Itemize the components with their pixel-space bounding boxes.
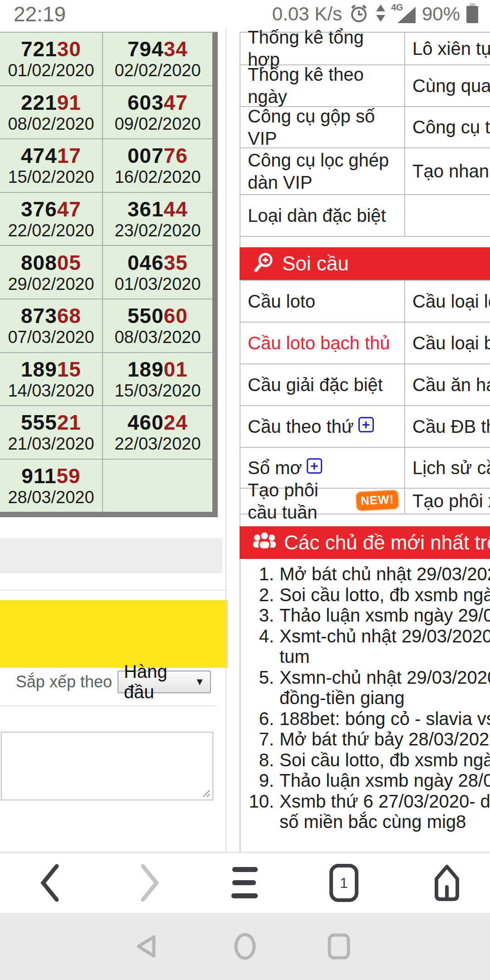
browser-back-button[interactable] xyxy=(23,853,77,913)
menu-item-link[interactable]: Cùng quay xổ xyxy=(405,65,490,106)
menu-item-label: Lô xiên tự độ xyxy=(412,38,490,60)
forum-topic-item[interactable]: 5.Xsmn-chủ nhật 29/03/2020: kiên gđồng-t… xyxy=(240,667,490,709)
lottery-number: 87368 xyxy=(21,305,81,326)
number-red-part: 47 xyxy=(57,197,81,221)
forum-topic-line: Soi cầu lotto, đb xsmb ngày 28/03 xyxy=(279,750,490,771)
forum-topic-number: 8. xyxy=(240,750,274,771)
browser-home-button[interactable] xyxy=(420,853,474,913)
android-back-button[interactable] xyxy=(123,913,168,980)
menu-item-link[interactable]: Công cụ gộp số VIP xyxy=(240,107,405,147)
lottery-result-cell: 9115928/03/2020 xyxy=(0,460,102,512)
lottery-number: 46024 xyxy=(127,412,188,433)
number-black-part: 911 xyxy=(21,464,56,488)
menu-item-link[interactable]: Tạo phôi cầu tuầnNEW! xyxy=(240,489,405,514)
forum-topic-item[interactable]: 9.Thảo luận xsmb ngày 28/03/2020 xyxy=(240,770,490,791)
lottery-result-cell: 8736807/03/2020 xyxy=(0,299,102,352)
number-black-part: 794 xyxy=(127,37,164,61)
lottery-date: 15/02/2020 xyxy=(8,168,94,186)
forum-topic-list: 1.Mở bát chủ nhật 29/03/20202.Soi cầu lo… xyxy=(240,564,490,833)
forum-topic-line: tum xyxy=(279,647,490,667)
menu-item-label: Cầu ăn hai n xyxy=(412,374,490,396)
gray-placeholder-bar xyxy=(0,538,222,573)
menu-item-link[interactable]: Loại dàn đặc biệt xyxy=(240,195,405,236)
forum-topic-number: 10. xyxy=(240,791,274,833)
divider xyxy=(0,590,228,591)
forum-topic-title: Soi cầu lotto, đb xsmb ngày 28/03 xyxy=(279,750,490,771)
lottery-date: 21/03/2020 xyxy=(8,435,94,452)
forum-topic-number: 3. xyxy=(240,605,274,626)
tab-count: 1 xyxy=(340,875,348,892)
browser-menu-button[interactable] xyxy=(218,853,272,913)
menu-item-label: Công cụ tách xyxy=(412,116,490,138)
menu-item-link[interactable]: Thống kê theo ngày xyxy=(240,65,405,106)
browser-forward-button[interactable] xyxy=(122,853,177,913)
menu-item-link[interactable]: Cầu ĐB theo xyxy=(405,406,490,447)
menu-item-link[interactable]: Công cụ lọc ghép dàn VIP xyxy=(240,148,405,194)
forum-topic-item[interactable]: 4.Xsmt-chủ nhật 29/03/2020: khánhtum xyxy=(240,626,490,667)
menu-item-link[interactable]: Công cụ tách xyxy=(405,107,490,147)
forum-topic-line: đồng-tiền giang xyxy=(279,688,490,709)
menu-item-link[interactable]: Cầu loại loto xyxy=(405,281,490,322)
menu-item-link[interactable]: Cầu loto xyxy=(240,281,405,322)
menu-item-link[interactable]: Cầu giải đặc biệt xyxy=(240,364,405,405)
forum-topic-item[interactable]: 6.188bet: bóng cỏ - slavia vs bate bo xyxy=(240,709,490,730)
table-row: Loại dàn đặc biệt xyxy=(240,195,490,237)
forum-topic-number: 2. xyxy=(240,585,274,606)
forum-topic-line: số miền bắc cùng mig8 xyxy=(279,812,490,833)
forum-topic-item[interactable]: 1.Mở bát chủ nhật 29/03/2020 xyxy=(240,564,490,585)
browser-tabs-button[interactable]: 1 xyxy=(317,853,371,913)
android-home-button[interactable] xyxy=(222,913,268,980)
sort-dropdown[interactable]: Hàng đầu ▼ xyxy=(118,671,211,693)
forum-topic-item[interactable]: 3.Thảo luận xsmb ngày 29/03/2020 xyxy=(240,605,490,626)
forum-topic-title: Mở bát thứ bảy 28/03/2020 xyxy=(279,729,490,750)
lottery-date: 29/02/2020 xyxy=(8,275,94,293)
menu-item-link[interactable]: Cầu ăn hai n xyxy=(405,364,490,405)
expand-plus-icon[interactable]: + xyxy=(307,458,322,474)
lottery-number: 60347 xyxy=(127,92,188,113)
forum-topic-line: Thảo luận xsmb ngày 29/03/2020 xyxy=(279,605,490,626)
lottery-date: 09/02/2020 xyxy=(114,115,201,132)
forum-topic-line: Mở bát thứ bảy 28/03/2020 xyxy=(279,729,490,750)
menu-item-label: Tạo phôi cầu tuần xyxy=(248,479,351,524)
battery-percent: 90% xyxy=(422,3,460,25)
stats-menu-table: Thống kê tổng hợpLô xiên tự độThống kê t… xyxy=(240,32,490,237)
forum-topic-item[interactable]: 8.Soi cầu lotto, đb xsmb ngày 28/03 xyxy=(240,750,490,771)
number-black-part: 555 xyxy=(21,411,57,434)
number-black-part: 474 xyxy=(21,144,57,167)
ad-banner[interactable] xyxy=(0,600,228,668)
lottery-number: 47417 xyxy=(21,145,81,166)
menu-item-link[interactable] xyxy=(405,195,490,236)
forum-topic-number: 9. xyxy=(240,770,274,791)
forum-topic-item[interactable]: 7.Mở bát thứ bảy 28/03/2020 xyxy=(240,729,490,750)
menu-item-label: Cầu loại bạc xyxy=(412,332,490,354)
android-recents-button[interactable] xyxy=(316,913,362,980)
lottery-number: 36144 xyxy=(127,199,188,220)
status-bar: 22:19 0.03 K/s 4G 90% xyxy=(0,0,490,28)
menu-item-link[interactable]: Cầu loại bạc xyxy=(405,323,490,363)
lottery-date: 14/03/2020 xyxy=(8,382,94,399)
number-black-part: 721 xyxy=(21,37,57,61)
menu-item-link[interactable]: Thống kê tổng hợp xyxy=(240,33,405,64)
menu-item-link[interactable]: Lô xiên tự độ xyxy=(405,33,490,64)
comment-textarea[interactable] xyxy=(1,732,213,800)
forum-topic-item[interactable]: 2.Soi cầu lotto, đb xsmb ngày 29/03 xyxy=(240,585,490,606)
menu-item-label: Cầu giải đặc biệt xyxy=(248,374,383,396)
lottery-date: 16/02/2020 xyxy=(114,168,201,186)
menu-item-link[interactable]: Cầu loto bạch thủ xyxy=(240,323,405,363)
number-red-part: 21 xyxy=(57,411,81,434)
number-red-part: 15 xyxy=(57,358,81,381)
menu-item-link[interactable]: Tạo nhanh d xyxy=(405,148,490,194)
menu-item-link[interactable]: Tạo phôi xổ s xyxy=(405,489,490,514)
lottery-number: 79434 xyxy=(127,39,188,59)
lottery-number: 00776 xyxy=(127,145,188,166)
menu-item-link[interactable]: Cầu theo thứ+ xyxy=(240,406,405,447)
menu-item-label: Cầu loto bạch thủ xyxy=(248,332,390,354)
section-title: Các chủ đề mới nhất trên diễ xyxy=(284,531,490,554)
table-row: Cầu giải đặc biệtCầu ăn hai n xyxy=(240,364,490,406)
menu-item-link[interactable]: Lịch sử cầu l xyxy=(405,448,490,488)
expand-plus-icon[interactable]: + xyxy=(358,417,374,432)
forum-topic-item[interactable]: 10.Xsmb thứ 6 27/03/2020- dự đoánsố miền… xyxy=(240,791,490,833)
menu-item-label: Tạo phôi xổ s xyxy=(412,490,490,512)
forum-topic-number: 6. xyxy=(240,709,274,730)
lottery-result-cell: 1891514/03/2020 xyxy=(0,353,102,406)
